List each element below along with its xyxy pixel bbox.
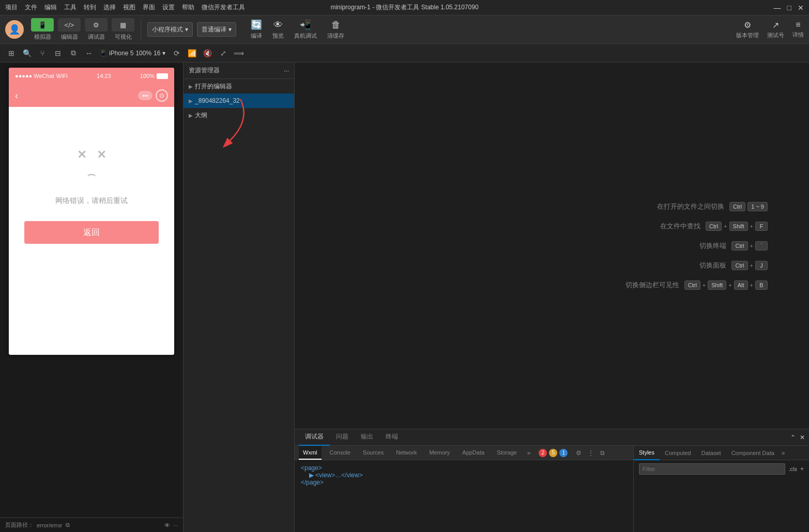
layout-btn[interactable]: ⊟ [51, 46, 65, 60]
folder1-item[interactable]: ▶ _890482264_32 [184, 93, 294, 108]
shortcut-keys-2: Ctrl + Shift + F [706, 222, 768, 231]
tab-terminal[interactable]: 终端 [379, 429, 404, 446]
menu-settings[interactable]: 设置 [162, 3, 175, 12]
menu-project[interactable]: 项目 [5, 3, 18, 12]
simulator-btn[interactable]: 📱 模拟器 [31, 18, 54, 41]
debug-xml-content: <page> ▶ <view>…</view> </page> [295, 460, 633, 532]
folder2-item[interactable]: ▶ 大纲 [184, 108, 294, 122]
menu-interface[interactable]: 界面 [143, 3, 155, 12]
tab-output[interactable]: 输出 [355, 429, 379, 446]
clear-cache-btn[interactable]: 🗑 清缓存 [327, 20, 344, 40]
shortcut-row-3: 切换终端 Ctrl + ` [654, 241, 768, 251]
rotate-btn[interactable]: ⟳ [170, 46, 184, 60]
shortcut-desc-1: 在打开的文件之间切换 [652, 202, 724, 211]
device-selector[interactable]: 📱 iPhone 5 100% 16 ▾ [99, 50, 165, 57]
compile-btn[interactable]: 🔄 编译 [251, 19, 262, 40]
more-tabs-btn[interactable]: » [527, 449, 531, 457]
speaker-btn[interactable]: 🔇 [201, 46, 215, 60]
add-rule-btn[interactable]: + [800, 465, 804, 473]
open-editors-item[interactable]: ▶ 打开的编辑器 [184, 79, 294, 93]
right-tab-computed[interactable]: Computed [660, 446, 696, 460]
version-mgmt-icon: ⚙ [744, 20, 751, 30]
preview-btn[interactable]: 👁 预览 [272, 20, 284, 40]
pages-btn[interactable]: ⊞ [4, 46, 19, 60]
tab-problems[interactable]: 问题 [330, 429, 355, 446]
more-options-btn[interactable]: ••• [138, 91, 152, 100]
inner-tab-memory[interactable]: Memory [425, 446, 454, 460]
devtools-settings-icon[interactable]: ⚙ [576, 449, 582, 457]
mode-select[interactable]: 小程序模式 ▾ [147, 22, 193, 37]
right-tab-dataset[interactable]: Dataset [696, 446, 726, 460]
expand-btn[interactable]: ⤢ [216, 46, 231, 60]
inner-tab-network[interactable]: Network [392, 446, 421, 460]
more-btn[interactable]: ↔ [82, 46, 96, 60]
visual-btn[interactable]: ▦ 可视化 [112, 18, 134, 41]
menu-edit[interactable]: 编辑 [44, 3, 57, 12]
debug-main-row: Wxml Console Sources Network Memory AppD… [295, 446, 809, 532]
shortcut-keys-3: Ctrl + ` [731, 241, 768, 251]
panel-close[interactable]: ✕ [800, 434, 805, 441]
record-btn[interactable]: ⊙ [156, 89, 168, 102]
secondary-toolbar: ⊞ 🔍 ⑂ ⊟ ⧉ ↔ 📱 iPhone 5 100% 16 ▾ ⟳ 📶 🔇 ⤢… [0, 44, 809, 62]
debug-tabs-bar: 调试器 问题 输出 终端 ⌃ ✕ [295, 429, 809, 446]
inner-tab-wxml[interactable]: Wxml [299, 446, 322, 460]
version-mgmt-btn[interactable]: ⚙ 版本管理 [736, 20, 759, 39]
forward-btn[interactable]: ⟹ [232, 46, 246, 60]
simulator-panel: ●●●●● WeChat WiFi 14:23 100% ‹ ••• ⊙ [0, 62, 184, 532]
copy-icon[interactable]: ⧉ [66, 522, 70, 528]
test-btn[interactable]: ↗ 测试号 [767, 20, 784, 39]
debugger-btn[interactable]: ⚙ 调试器 [85, 18, 108, 41]
inner-tab-sources[interactable]: Sources [359, 446, 388, 460]
dot-icon: ••• [142, 92, 148, 99]
key-b: B [755, 280, 768, 290]
settings-dots[interactable]: ··· [173, 522, 178, 528]
panel-minimize[interactable]: ⌃ [790, 434, 796, 441]
xml-line2[interactable]: ▶ <view>…</view> [301, 472, 627, 479]
right-tab-component[interactable]: Component Data [726, 446, 780, 460]
eye-icon[interactable]: 👁 [164, 522, 170, 528]
error-badge: 2 [539, 449, 547, 457]
menu-bar: 项目 文件 编辑 工具 转到 选择 视图 界面 设置 帮助 微信开发者工具 [5, 3, 245, 12]
back-icon[interactable]: ‹ [15, 90, 18, 101]
devtools-dock-icon[interactable]: ⧉ [600, 449, 605, 457]
menu-help[interactable]: 帮助 [182, 3, 194, 12]
menu-devtools[interactable]: 微信开发者工具 [202, 3, 245, 12]
explorer-more[interactable]: ··· [284, 67, 289, 74]
search-btn[interactable]: 🔍 [20, 46, 34, 60]
menu-goto[interactable]: 转到 [84, 3, 96, 12]
details-label: 详情 [792, 31, 804, 39]
tab-debugger[interactable]: 调试器 [299, 429, 330, 446]
inner-tab-storage[interactable]: Storage [493, 446, 521, 460]
right-tabs-more[interactable]: » [782, 449, 785, 457]
cls-badge[interactable]: .cls [788, 466, 797, 472]
right-tab-styles[interactable]: Styles [634, 446, 660, 460]
key-ctrl-4: Ctrl [731, 261, 747, 270]
inner-tab-console[interactable]: Console [326, 446, 355, 460]
action-group: 🔄 编译 👁 预览 📲 真机调试 🗑 清缓存 [251, 19, 344, 40]
filter-input[interactable] [639, 463, 785, 475]
remote-debug-btn[interactable]: 📲 真机调试 [294, 19, 317, 40]
title-bar: 项目 文件 编辑 工具 转到 选择 视图 界面 设置 帮助 微信开发者工具 mi… [0, 0, 809, 15]
close-button[interactable]: ✕ [798, 4, 804, 12]
shortcut-row-1: 在打开的文件之间切换 Ctrl 1 ~ 9 [652, 202, 768, 211]
preview-icon: 👁 [273, 20, 283, 30]
debugger-icon: ⚙ [85, 18, 108, 32]
devtools-more-icon[interactable]: ⋮ [588, 449, 594, 457]
battery-text: 100% [140, 73, 155, 79]
details-btn[interactable]: ≡ 详情 [792, 20, 804, 39]
editor-btn[interactable]: </> 编辑器 [58, 18, 81, 41]
inner-tab-appdata[interactable]: AppData [458, 446, 489, 460]
back-button[interactable]: 返回 [24, 221, 159, 244]
menu-select[interactable]: 选择 [103, 3, 116, 12]
menu-file[interactable]: 文件 [25, 3, 37, 12]
wifi-btn[interactable]: 📶 [185, 46, 200, 60]
compile-select[interactable]: 普通编译 ▾ [197, 22, 236, 37]
key-range: 1 ~ 9 [747, 202, 768, 211]
maximize-button[interactable]: □ [787, 4, 791, 12]
minimize-button[interactable]: — [774, 4, 781, 12]
menu-view[interactable]: 视图 [123, 3, 135, 12]
split-btn[interactable]: ⧉ [66, 46, 81, 60]
menu-tools[interactable]: 工具 [64, 3, 77, 12]
git-btn[interactable]: ⑂ [35, 46, 50, 60]
compile-icon: 🔄 [251, 19, 262, 30]
